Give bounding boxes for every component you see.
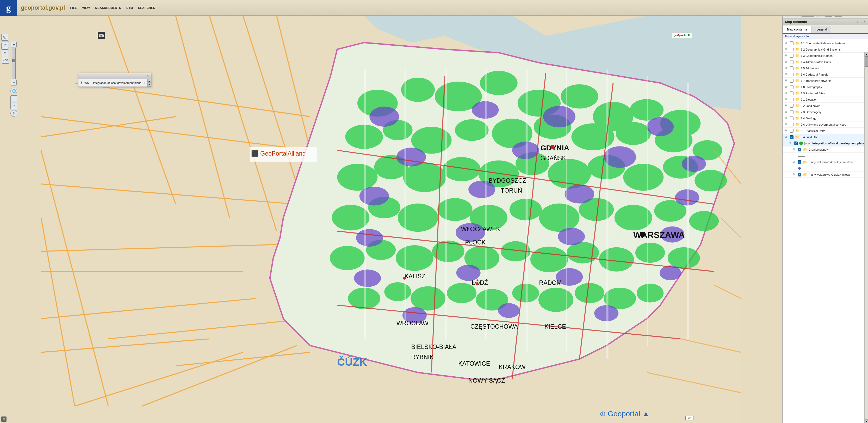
popup-body: ℹ WMS, Integration of local development …: [79, 79, 151, 87]
nav-measurements[interactable]: MEASUREMENTS: [95, 6, 121, 9]
zoom-minus-btn[interactable]: −: [11, 80, 17, 86]
popup-scrollbar[interactable]: ▲ ▼: [147, 79, 151, 87]
info-button[interactable]: ⓘ: [1, 34, 8, 41]
popup-header: ✕: [79, 73, 151, 79]
nav-dtm[interactable]: DTM: [126, 6, 133, 9]
arrow-right-button[interactable]: →: [10, 102, 17, 109]
arrow-left-button[interactable]: ←: [10, 95, 17, 102]
logo-letter: g: [6, 2, 11, 13]
zoom-slider-thumb[interactable]: [12, 59, 16, 62]
popup-dialog: ✕ ℹ WMS, Integration of local developmen…: [78, 73, 151, 87]
nav-view[interactable]: VIEW: [82, 6, 90, 9]
svg-text:⬛ GeoPortalAlliand: ⬛ GeoPortalAlliand: [251, 150, 306, 157]
popup-scroll-up[interactable]: ▲: [148, 79, 151, 83]
globe-button[interactable]: 🌐: [10, 88, 17, 94]
forbidden-button[interactable]: ⊗: [10, 110, 17, 117]
site-title: geoportal.gov.pl: [21, 4, 65, 11]
draw-tool-button[interactable]: ✏: [2, 50, 9, 56]
map-svg: GDYNIA GDAŃSK BYDGOSZCZ TORUŃ WŁOCŁAWEK …: [0, 16, 356, 173]
nav-menu: FILE VIEW MEASUREMENTS DTM SEARCHES: [70, 6, 155, 9]
zoom-plus-btn[interactable]: +: [11, 42, 17, 48]
select-tool-button[interactable]: ↖: [2, 41, 9, 48]
text-tool-button[interactable]: ABC: [2, 57, 9, 64]
popup-arrow-icon[interactable]: ›: [144, 81, 145, 85]
mini-camera-icon: [98, 32, 105, 39]
nav-searches[interactable]: SEARCHES: [138, 6, 155, 9]
popup-wms-text: WMS, Integration of local development pl…: [84, 81, 141, 85]
popup-close-button[interactable]: ✕: [146, 74, 149, 78]
topbar: g geoportal.gov.pl FILE VIEW MEASUREMENT…: [0, 0, 356, 16]
map-container[interactable]: GDYNIA GDAŃSK BYDGOSZCZ TORUŃ WŁOCŁAWEK …: [0, 16, 356, 173]
nav-file[interactable]: FILE: [70, 6, 77, 9]
svg-point-153: [101, 35, 102, 36]
popup-scroll-down[interactable]: ▼: [148, 83, 151, 87]
popup-info-icon: ℹ: [81, 81, 82, 85]
zoom-control[interactable]: + − 🌐 ← → ⊗: [10, 42, 17, 117]
svg-rect-154: [100, 34, 102, 35]
logo: g: [0, 0, 17, 16]
zoom-slider-track[interactable]: [12, 48, 16, 79]
